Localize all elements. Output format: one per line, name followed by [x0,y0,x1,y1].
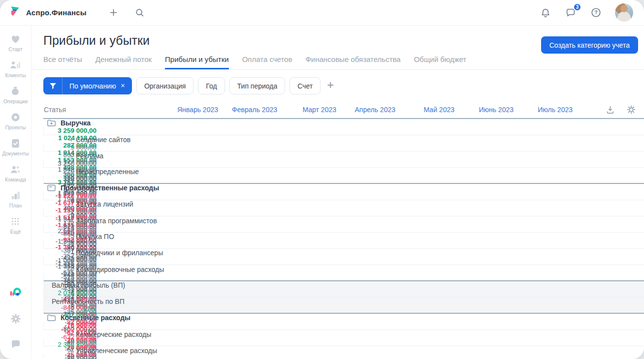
sidebar-item-team[interactable]: Команда [2,163,29,182]
sidebar-item-label: Операции [3,98,28,104]
sidebar-item-label: Клиенты [5,72,26,78]
expand-plus-icon[interactable]: + [69,135,76,144]
tab-4[interactable]: Финансовые обязательства [305,55,400,69]
cell-value: 3 250 000,00 [43,160,102,167]
column-header-month-5[interactable]: Июнь 2023 [460,101,519,118]
documents-icon [10,137,21,150]
search-icon[interactable] [133,6,146,19]
app-logo-icon [9,5,21,20]
sidebar-item-documents[interactable]: Документы [2,137,29,156]
column-header-month-3[interactable]: Апрель 2023 [342,101,401,118]
table-row-8[interactable]: Подрядчики и фрилансеры-1 000 000,00-23 … [43,249,644,265]
sidebar-item-heart[interactable]: Старт [2,32,29,52]
messages-count-badge: 3 [573,3,581,11]
row-label: Производственные расходы [61,184,159,192]
active-filter-label: По умолчанию [69,82,116,90]
table-settings-gear-icon[interactable] [625,104,637,116]
folder-plus-icon[interactable] [47,119,56,127]
help-icon[interactable]: ? [589,6,603,19]
sidebar-item-label: План [9,203,22,209]
cell-value: -218 000,00 [43,225,102,232]
table-row-10[interactable]: Валовая прибыль (ВП)2 036 300,00-613 149… [43,281,644,298]
column-header-month-1[interactable]: Февраль 2023 [224,101,283,118]
row-label: Выручка [61,119,91,127]
column-header-month-6[interactable]: Июль 2023 [519,101,579,118]
sidebar-item-label: Проекты [5,124,26,130]
table-row-1[interactable]: +Создание сайтов9 000,00803 438,00177 00… [43,135,644,151]
table-header-row: СтатьяЯнварь 2023Февраль 2023Март 2023Ап… [43,101,644,119]
row-label: Зарплата программистов [76,217,157,225]
column-header-month-4[interactable]: Май 2023 [401,101,460,118]
funnel-icon[interactable] [43,77,63,94]
table-row-13[interactable]: +Коммерческие расходы-40 800,00-61 530,0… [43,330,644,346]
filter-bar: По умолчанию ✕ Организация Год Тип перио… [32,70,644,101]
table-row-3[interactable]: Нераспределенные388 000,00177 000,001 84… [43,168,644,184]
brand[interactable]: Аспро.Финансы [9,5,87,20]
settings-gear-icon[interactable] [9,312,23,326]
row-label: Управленческие расходы [76,347,157,355]
sidebar-item-label: Старт [8,46,23,52]
create-category-button[interactable]: Создать категорию учета [541,36,638,54]
table-row-0[interactable]: Выручка3 259 000,001 024 118,00287 000,0… [43,119,644,135]
page-title: Прибыли и убытки [43,33,466,48]
table-row-11[interactable]: Рентабельность по ВП62%-60%-295%21%-5%-2… [43,298,644,314]
table-row-5[interactable]: Закупка лицензий-2 800,00-1 547 358,00-8… [43,200,644,216]
sidebar-item-label: Документы [2,150,29,156]
row-label: Реклама [76,152,103,160]
top-bar: Аспро.Финансы 3 ? [0,0,644,26]
remove-filter-icon[interactable]: ✕ [121,83,125,89]
create-plus-button[interactable] [107,6,120,19]
cell-value: 9 000,00 [43,144,102,151]
table-row-4[interactable]: Производственные расходы-1 222 700,00-1 … [43,184,644,200]
folder-open-icon[interactable] [47,184,56,192]
tab-1[interactable]: Денежный поток [96,55,152,69]
clients-icon [9,59,21,71]
cell-value: 2 036 300,00 [43,289,102,297]
filter-chip-3[interactable]: Счет [290,77,321,94]
row-label: Коммерческие расходы [76,330,151,338]
sidebar-item-projects[interactable]: Проекты [2,111,29,130]
filter-chip-1[interactable]: Год [198,77,225,94]
sidebar-item-more[interactable]: Ещё [2,215,29,235]
row-label: Создание сайтов [76,136,130,144]
tab-0[interactable]: Все отчёты [43,55,82,69]
filter-chip-0[interactable]: Организация [136,77,193,94]
column-header-month-0[interactable]: Январь 2023 [165,101,224,118]
aspro-cloud-logo-icon[interactable] [8,285,23,300]
cell-value: -1 222 700,00 [43,192,102,199]
folder-icon[interactable] [47,314,56,322]
sidebar-item-operations[interactable]: Операции [2,85,29,104]
notifications-bell-icon[interactable] [539,6,552,19]
expand-plus-icon[interactable]: + [69,216,76,225]
report-tabs: Все отчёты Денежный поток Прибыли и убыт… [43,55,466,69]
table-row-2[interactable]: +Реклама3 250 000,00220 680,00110 000,00… [43,151,644,168]
expand-plus-icon[interactable]: + [69,151,76,160]
support-chat-icon[interactable] [9,337,23,351]
table-row-7[interactable]: Покупка ПО-1 900,00-1 470,00-2 800,00-1 … [43,233,644,249]
expand-plus-icon[interactable]: + [69,265,76,273]
tab-3[interactable]: Оплата счетов [242,55,292,69]
table-row-6[interactable]: +Зарплата программистов-218 000,00-5 000… [43,216,644,233]
download-icon[interactable] [605,104,616,116]
column-header-month-2[interactable]: Март 2023 [283,101,342,118]
table-row-14[interactable]: +Управленческие расходы-36 100,00-1 080,… [43,346,644,359]
add-filter-button[interactable]: + [325,79,336,92]
row-label: Закупка лицензий [76,200,133,208]
expand-plus-icon[interactable]: + [69,346,76,355]
user-avatar[interactable] [615,3,633,22]
sidebar-item-clients[interactable]: Клиенты [2,59,29,78]
tab-2[interactable]: Прибыли и убытки [165,55,229,69]
filter-chip-2[interactable]: Тип периода [229,77,286,94]
cell-value: 3 259 000,00 [43,127,102,134]
sidebar: Старт Клиенты Операции Проекты Документы… [0,26,32,359]
expand-plus-icon[interactable]: + [69,330,76,338]
cell-value: -1 900,00 [43,240,102,248]
tab-5[interactable]: Общий бюджет [414,55,467,69]
sidebar-item-plan[interactable]: План [2,189,29,209]
row-label: Косвенные расходы [61,314,130,322]
table-row-9[interactable]: +Командировочные расходы-575 000,00-60 2… [43,265,644,281]
active-filter-button[interactable]: По умолчанию ✕ [43,77,132,94]
column-header-article: Статья [43,101,165,118]
heart-icon [10,32,21,45]
table-row-12[interactable]: Косвенные расходы-76 900,00-62 610,00-20… [43,314,644,330]
